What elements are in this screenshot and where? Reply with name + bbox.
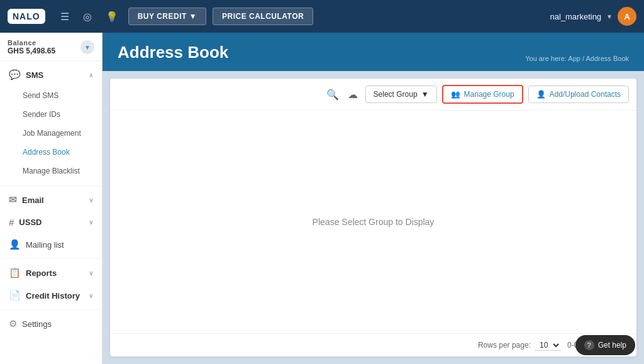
reports-chevron-icon: ∨ xyxy=(89,270,93,277)
breadcrumb-you-are-here: You are here: xyxy=(525,55,567,62)
credit-history-label: Credit History xyxy=(26,291,80,301)
collapse-menu-button[interactable]: ☰ xyxy=(57,8,73,25)
rows-per-page-select[interactable]: 10 25 50 xyxy=(535,340,561,351)
manage-group-button[interactable]: 👥 Manage Group xyxy=(442,85,523,104)
rows-per-page-label: Rows per page: xyxy=(478,341,531,350)
ussd-chevron-icon: ∨ xyxy=(89,219,93,226)
add-upload-label: Add/Upload Contacts xyxy=(550,90,621,99)
balance-toggle-button[interactable]: ▼ xyxy=(80,40,94,54)
address-book-card: 🔍 ☁ Select Group ▼ 👥 Manage Group 👤 Add/… xyxy=(110,79,636,356)
breadcrumb: You are here: App / Address Book xyxy=(525,55,629,62)
user-menu[interactable]: nal_marketing ▼ A xyxy=(550,7,636,26)
empty-message: Please Select Group to Display xyxy=(313,217,435,227)
lightbulb-icon-button[interactable]: 💡 xyxy=(102,8,122,25)
search-icon-button[interactable]: 🔍 xyxy=(324,86,341,103)
sidebar-item-address-book[interactable]: Address Book xyxy=(0,143,102,162)
user-avatar: A xyxy=(618,7,636,26)
manage-group-icon: 👥 xyxy=(451,90,460,99)
sidebar-item-credit-history[interactable]: 📄 Credit History ∨ xyxy=(0,284,102,307)
manage-group-label: Manage Group xyxy=(464,90,514,99)
select-group-button[interactable]: Select Group ▼ xyxy=(365,85,437,103)
select-group-chevron-icon: ▼ xyxy=(421,90,429,99)
sidebar-item-mailing-list[interactable]: 👤 Mailing list xyxy=(0,233,102,256)
card-body: Please Select Group to Display xyxy=(110,111,636,333)
address-book-container: 🔍 ☁ Select Group ▼ 👥 Manage Group 👤 Add/… xyxy=(103,71,644,364)
upload-icon-button[interactable]: ☁ xyxy=(345,86,360,103)
add-upload-contacts-button[interactable]: 👤 Add/Upload Contacts xyxy=(528,85,629,103)
sidebar-item-email[interactable]: ✉ Email ∨ xyxy=(0,189,102,211)
ussd-label: USSD xyxy=(19,218,42,227)
divider-3 xyxy=(0,309,102,310)
get-help-icon: ? xyxy=(584,340,594,350)
sidebar: Balance GHS 5,498.65 ▼ 💬 SMS ∧ Send SMS … xyxy=(0,33,103,364)
email-label: Email xyxy=(22,196,44,205)
rows-per-page: Rows per page: 10 25 50 xyxy=(478,340,561,351)
page-header: Address Book You are here: App / Address… xyxy=(103,33,644,71)
settings-label: Settings xyxy=(22,319,52,329)
content-area: Address Book You are here: App / Address… xyxy=(103,33,644,364)
balance-section: Balance GHS 5,498.65 ▼ xyxy=(0,33,102,61)
sidebar-item-manage-blacklist[interactable]: Manage Blacklist xyxy=(0,162,102,180)
sidebar-item-job-management[interactable]: Job Management xyxy=(0,124,102,143)
mailing-list-label: Mailing list xyxy=(26,240,64,250)
mailing-list-icon: 👤 xyxy=(9,239,21,250)
sidebar-item-ussd[interactable]: # USSD ∨ xyxy=(0,211,102,233)
get-help-label: Get help xyxy=(598,341,626,350)
breadcrumb-app: App xyxy=(568,55,580,62)
reports-label: Reports xyxy=(26,268,57,278)
email-chevron-icon: ∨ xyxy=(89,197,93,204)
sms-icon: 💬 xyxy=(9,69,21,80)
toolbar-icons: 🔍 ☁ xyxy=(324,86,360,103)
logo: NALO xyxy=(8,9,45,24)
balance-amount: GHS 5,498.65 xyxy=(8,47,55,55)
username-label: nal_marketing xyxy=(550,12,601,21)
divider-2 xyxy=(0,258,102,259)
credit-history-chevron-icon: ∨ xyxy=(89,292,93,299)
main-layout: Balance GHS 5,498.65 ▼ 💬 SMS ∧ Send SMS … xyxy=(0,33,644,364)
target-icon-button[interactable]: ◎ xyxy=(79,8,96,25)
select-group-label: Select Group xyxy=(374,90,418,99)
price-calculator-button[interactable]: PRICE CALCULATOR xyxy=(213,8,313,25)
get-help-button[interactable]: ? Get help xyxy=(575,335,635,355)
breadcrumb-current: Address Book xyxy=(586,55,629,62)
credit-history-icon: 📄 xyxy=(9,290,21,301)
settings-icon: ⚙ xyxy=(9,318,17,329)
top-navigation: NALO ☰ ◎ 💡 BUY CREDIT ▼ PRICE CALCULATOR… xyxy=(0,0,644,33)
sidebar-item-sender-ids[interactable]: Sender IDs xyxy=(0,105,102,124)
email-icon: ✉ xyxy=(9,194,17,206)
sidebar-item-send-sms[interactable]: Send SMS xyxy=(0,86,102,105)
add-upload-icon: 👤 xyxy=(536,90,546,99)
sms-label: SMS xyxy=(26,70,43,80)
sms-chevron-icon: ∧ xyxy=(89,72,93,79)
divider-1 xyxy=(0,185,102,186)
page-title: Address Book xyxy=(118,43,228,62)
balance-label: Balance xyxy=(8,39,55,47)
card-toolbar: 🔍 ☁ Select Group ▼ 👥 Manage Group 👤 Add/… xyxy=(110,79,636,111)
user-chevron-icon: ▼ xyxy=(606,13,613,20)
sidebar-item-sms[interactable]: 💬 SMS ∧ xyxy=(0,63,102,86)
sms-section: 💬 SMS ∧ Send SMS Sender IDs Job Manageme… xyxy=(0,61,102,183)
balance-info: Balance GHS 5,498.65 xyxy=(8,39,55,55)
sidebar-item-settings[interactable]: ⚙ Settings xyxy=(0,312,102,335)
logo-area: NALO xyxy=(8,9,45,24)
ussd-icon: # xyxy=(9,217,14,228)
reports-icon: 📋 xyxy=(9,267,21,279)
card-footer: Rows per page: 10 25 50 0-0 of 0 ‹ › xyxy=(110,333,636,356)
breadcrumb-row: Address Book You are here: App / Address… xyxy=(118,43,629,62)
sidebar-item-reports[interactable]: 📋 Reports ∨ xyxy=(0,262,102,284)
buy-credit-button[interactable]: BUY CREDIT ▼ xyxy=(128,8,206,25)
